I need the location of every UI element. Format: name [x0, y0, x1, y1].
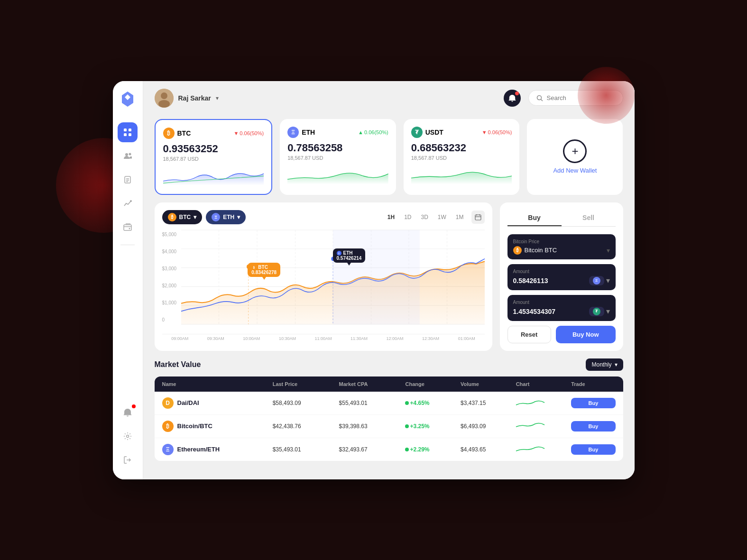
- wallet-card-eth[interactable]: Ξ ETH ▲ 0.06(50%) 0.78563258 18,567.87 U…: [280, 119, 396, 195]
- wallet-card-btc[interactable]: ₿ BTC ▼ 0.06(50%) 0.93563252 18,567.87 U…: [155, 119, 273, 195]
- amount2-arrow: ▾: [606, 307, 610, 316]
- eth-last-price: $35,493.01: [273, 446, 339, 453]
- notification-button[interactable]: [504, 90, 521, 107]
- eth-selector[interactable]: Ξ ETH ▾: [206, 210, 246, 224]
- btc-card-header: ₿ BTC ▼ 0.06(50%): [163, 128, 264, 139]
- time-1m[interactable]: 1M: [454, 213, 466, 221]
- amount2-coin-badge: ₮: [589, 307, 604, 316]
- chart-selectors: ₿ BTC ▾ Ξ ETH ▾: [162, 210, 246, 224]
- btc-coin-label: ₿ BTC: [163, 128, 191, 139]
- amount1-label: Amount: [513, 269, 610, 274]
- btc-last-price: $42,438.76: [273, 423, 339, 430]
- btc-name: ₿ Bitcoin/BTC: [162, 421, 273, 432]
- user-profile[interactable]: Raj Sarkar ▾: [155, 89, 219, 108]
- time-filters: 1H 1D 3D 1W 1M: [386, 211, 485, 224]
- eth-chart: [516, 444, 572, 455]
- x-axis: 09:00AM 09:30AM 10:00AM 10:30AM 11:00AM …: [162, 334, 485, 341]
- svg-rect-1: [129, 129, 131, 131]
- svg-line-19: [541, 99, 543, 101]
- amount1-value: 0.58426113: [513, 277, 548, 285]
- sidebar-item-analytics[interactable]: [118, 193, 138, 213]
- eth-card-header: Ξ ETH ▲ 0.06(50%): [287, 127, 388, 138]
- bitcoin-price-label: Bitcoin Price: [513, 239, 610, 244]
- eth-buy-button[interactable]: Buy: [571, 444, 615, 455]
- eth-change-badge: ▲ 0.06(50%): [358, 129, 388, 135]
- dai-market-cpa: $55,493.01: [339, 400, 406, 406]
- bitcoin-price-value-row: ₿ Bitcoin BTC ▾: [513, 246, 610, 255]
- amount1-arrow: ▾: [606, 276, 610, 285]
- table-row: ₿ Bitcoin/BTC $42,438.76 $39,398.63 +3.2…: [155, 415, 623, 438]
- sidebar-item-users[interactable]: [118, 146, 138, 166]
- add-wallet-card[interactable]: + Add New Wallet: [527, 119, 623, 195]
- btc-selector[interactable]: ₿ BTC ▾: [162, 210, 203, 224]
- usdt-icon: ₮: [411, 127, 423, 138]
- sidebar-item-dashboard[interactable]: [118, 122, 138, 142]
- svg-point-10: [130, 200, 132, 202]
- wallet-card-usdt[interactable]: ₮ USDT ▼ 0.06(50%) 0.68563232 18,567.87 …: [404, 119, 520, 195]
- calendar-button[interactable]: [471, 211, 485, 224]
- amount2-coin-icon: ₮: [593, 308, 600, 315]
- sidebar-item-settings[interactable]: [118, 426, 138, 446]
- search-bar[interactable]: [528, 90, 623, 106]
- buy-now-button[interactable]: Buy Now: [556, 326, 616, 343]
- time-1w[interactable]: 1W: [436, 213, 448, 221]
- market-table: Name Last Price Market CPA Change Volume…: [155, 376, 623, 461]
- sidebar-item-notifications[interactable]: [118, 403, 138, 422]
- btc-balance: 0.93563252: [163, 143, 264, 155]
- time-1d[interactable]: 1D: [402, 213, 413, 221]
- dai-chart: [516, 398, 572, 408]
- time-3d[interactable]: 3D: [419, 213, 430, 221]
- dai-buy-button[interactable]: Buy: [571, 398, 615, 408]
- dai-volume: $3,437.15: [461, 400, 516, 406]
- add-wallet-button[interactable]: +: [563, 139, 587, 163]
- sidebar-item-wallet[interactable]: [118, 217, 138, 237]
- monthly-dropdown[interactable]: Monthly ▾: [586, 358, 623, 371]
- sidebar: [113, 81, 143, 479]
- table-row: Ξ Ethereum/ETH $35,493.01 $32,493.67 +2.…: [155, 438, 623, 461]
- amount1-coin-badge: Ξ: [589, 276, 604, 285]
- bitcoin-price-text: ₿ Bitcoin BTC: [513, 246, 557, 255]
- price-chart: $5,000 $4,000 $3,000 $2,000 $1,000 0: [162, 230, 485, 334]
- main-content: Raj Sarkar ▾: [143, 81, 635, 479]
- amount2-field[interactable]: Amount 1.4534534307 ₮ ▾: [507, 295, 616, 321]
- usdt-mini-chart: [411, 166, 512, 185]
- sidebar-item-logout[interactable]: [118, 450, 138, 470]
- bitcoin-price-field[interactable]: Bitcoin Price ₿ Bitcoin BTC ▾: [507, 234, 616, 259]
- btc-selector-icon: ₿: [168, 213, 176, 221]
- dai-icon: D: [162, 397, 174, 409]
- sidebar-item-documents[interactable]: [118, 170, 138, 190]
- usdt-coin-label: ₮ USDT: [411, 127, 443, 138]
- reset-button[interactable]: Reset: [507, 326, 551, 343]
- amount1-row: 0.58426113 Ξ ▾: [513, 276, 610, 285]
- usdt-usd: 18,567.87 USD: [411, 155, 512, 161]
- user-name: Raj Sarkar: [178, 94, 211, 102]
- svg-point-4: [125, 153, 128, 156]
- svg-point-5: [129, 153, 131, 155]
- avatar: [155, 89, 174, 108]
- search-input[interactable]: [547, 94, 615, 101]
- svg-point-13: [127, 435, 129, 437]
- tab-sell[interactable]: Sell: [562, 210, 616, 226]
- eth-market-cpa: $32,493.67: [339, 446, 406, 453]
- table-row: D Dai/DAI $58,493.09 $55,493.01 +4.65% $…: [155, 392, 623, 415]
- btc-icon: ₿: [163, 128, 175, 139]
- svg-point-12: [129, 228, 130, 229]
- btc-tooltip: ₿ BTC 0.83426278: [248, 263, 280, 277]
- amount1-field[interactable]: Amount 0.58426113 Ξ ▾: [507, 264, 616, 290]
- usdt-balance: 0.68563232: [411, 142, 512, 154]
- chart-panel: ₿ BTC ▾ Ξ ETH ▾ 1H 1D: [155, 202, 492, 351]
- btc-usd: 18,567.87 USD: [163, 156, 264, 162]
- add-wallet-label: Add New Wallet: [553, 167, 597, 174]
- market-section: Market Value Monthly ▾ Name Last Price M…: [143, 358, 635, 472]
- btc-table-icon: ₿: [162, 421, 174, 432]
- sidebar-divider: [120, 245, 135, 245]
- bitcoin-price-icon: ₿: [513, 246, 522, 255]
- btc-buy-button[interactable]: Buy: [571, 421, 615, 431]
- buy-sell-tabs: Buy Sell: [507, 210, 616, 227]
- usdt-card-header: ₮ USDT ▼ 0.06(50%): [411, 127, 512, 138]
- eth-table-icon: Ξ: [162, 444, 174, 455]
- time-1h[interactable]: 1H: [386, 213, 397, 221]
- tab-buy[interactable]: Buy: [507, 210, 562, 226]
- wallet-cards-area: ₿ BTC ▼ 0.06(50%) 0.93563252 18,567.87 U…: [143, 115, 635, 202]
- svg-rect-6: [125, 176, 130, 183]
